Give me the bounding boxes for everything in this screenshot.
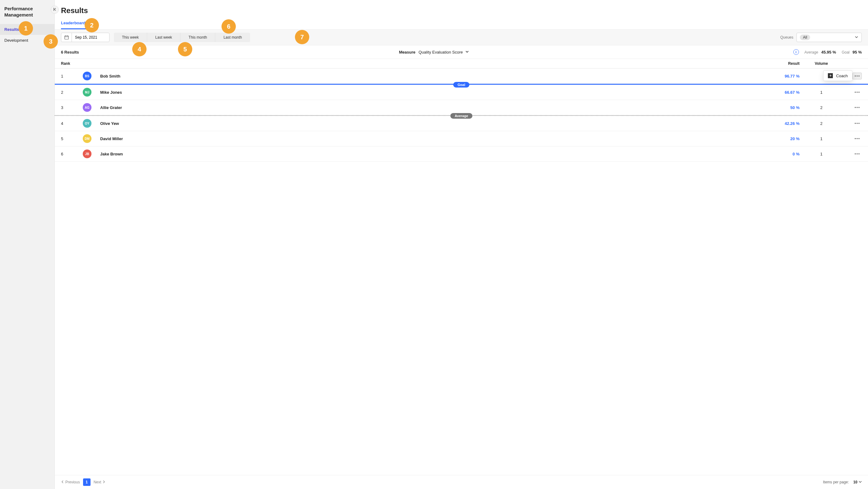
tab-label: Leaderboards	[61, 21, 88, 25]
svg-point-18	[858, 138, 859, 139]
stat-goal-value: 95 %	[852, 50, 862, 55]
row-actions-button[interactable]	[852, 135, 862, 142]
cell-rank: 4	[61, 121, 83, 126]
cell-rank: 3	[61, 105, 83, 110]
cell-result[interactable]: 50 %	[753, 105, 800, 110]
row-actions-button[interactable]	[852, 89, 862, 96]
queues-select[interactable]: All	[797, 33, 862, 42]
chevron-down-icon	[859, 480, 862, 484]
cell-volume: 1	[800, 90, 843, 95]
sidebar-title: Performance Management	[0, 0, 55, 24]
leaderboard-table: Rank Result Volume 1 BS Bob Smith 96.77 …	[55, 59, 868, 475]
cell-rank: 1	[61, 74, 83, 79]
main: Results Leaderboards This week Last week…	[55, 0, 868, 489]
table-row: 5 DM David Miller 20 % 1	[55, 131, 868, 146]
chevron-right-icon	[102, 480, 105, 484]
avatar: DM	[83, 134, 91, 143]
date-picker[interactable]	[61, 33, 110, 42]
items-per-page-select[interactable]: 10	[854, 480, 862, 484]
svg-point-11	[857, 107, 858, 108]
row-actions-button[interactable]	[852, 120, 862, 127]
sidebar-collapse-button[interactable]	[51, 6, 59, 14]
cell-result[interactable]: 20 %	[753, 137, 800, 141]
cell-rank: 2	[61, 90, 83, 95]
pager: Previous 1 Next	[61, 479, 105, 486]
cell-rank: 6	[61, 152, 83, 156]
cell-result[interactable]: 0 %	[753, 152, 800, 156]
range-this-week[interactable]: This week	[114, 33, 147, 42]
cell-name: David Miller	[100, 137, 753, 141]
tab-leaderboards[interactable]: Leaderboards	[61, 17, 88, 29]
cell-rank: 5	[61, 137, 83, 141]
cell-volume: 1	[800, 152, 843, 156]
stat-goal-label: Goal	[842, 50, 849, 55]
svg-point-21	[858, 153, 859, 154]
table-row: 6 JB Jake Brown 0 % 1	[55, 146, 868, 162]
sidebar-item-results[interactable]: Results	[0, 24, 55, 35]
pager-previous[interactable]: Previous	[61, 480, 80, 484]
range-last-week[interactable]: Last week	[147, 33, 180, 42]
cell-volume: 2	[800, 105, 843, 110]
row-actions-button[interactable]	[852, 73, 862, 80]
cell-name: Jake Brown	[100, 152, 753, 156]
sidebar: Performance Management Results Developme…	[0, 0, 55, 489]
cell-name: Mike Jones	[100, 90, 753, 95]
stat-average-value: 45.95 %	[822, 50, 836, 55]
svg-point-20	[857, 153, 858, 154]
coach-label: Coach	[836, 74, 848, 78]
avatar: OY	[83, 119, 91, 128]
svg-point-15	[858, 123, 859, 124]
range-last-month[interactable]: Last month	[215, 33, 250, 42]
svg-point-13	[855, 123, 856, 124]
pager-previous-label: Previous	[65, 480, 80, 484]
queues-label: Queues	[780, 35, 793, 39]
chevron-down-icon	[855, 35, 858, 40]
table-row: 4 OY Olive Yew 42.26 % 2	[55, 116, 868, 131]
sidebar-item-development[interactable]: Development	[0, 35, 55, 46]
cell-result[interactable]: 96.77 %	[753, 74, 800, 79]
coach-icon	[828, 73, 833, 78]
svg-point-8	[857, 92, 858, 92]
pager-next[interactable]: Next	[94, 480, 106, 484]
pager-page-1[interactable]: 1	[83, 479, 91, 486]
svg-point-19	[855, 153, 856, 154]
pager-next-label: Next	[94, 480, 101, 484]
info-icon[interactable]: i	[793, 49, 799, 55]
cell-result[interactable]: 66.67 %	[753, 90, 800, 95]
svg-point-14	[857, 123, 858, 124]
svg-point-17	[857, 138, 858, 139]
sidebar-nav: Results Development	[0, 24, 55, 46]
page-title: Results	[61, 6, 862, 15]
page-header: Results	[55, 0, 868, 17]
date-input[interactable]	[72, 33, 109, 42]
results-count: 6 Results	[61, 50, 79, 55]
cell-name: Allie Grater	[100, 105, 753, 110]
svg-point-16	[855, 138, 856, 139]
stat-average: Average 45.95 %	[805, 50, 836, 55]
range-presets: This week Last week This month Last mont…	[114, 33, 250, 42]
row-actions-button[interactable]	[852, 104, 862, 111]
items-per-page-label: Items per page:	[823, 480, 849, 484]
svg-point-9	[858, 92, 859, 92]
table-row: 1 BS Bob Smith 96.77 % Coach	[55, 68, 868, 84]
sidebar-item-label: Development	[4, 38, 28, 43]
col-volume: Volume	[800, 61, 843, 66]
table-header-row: Rank Result Volume	[55, 59, 868, 68]
svg-point-7	[855, 92, 856, 92]
svg-point-10	[855, 107, 856, 108]
chevron-down-icon	[465, 50, 469, 55]
coach-popover[interactable]: Coach	[823, 70, 852, 81]
avatar: JB	[83, 149, 91, 158]
cell-result[interactable]: 42.26 %	[753, 121, 800, 126]
cell-volume: 1	[800, 137, 843, 141]
measure-select[interactable]: Quality Evaluation Score	[418, 50, 469, 55]
svg-point-4	[855, 76, 856, 76]
summary-bar: 6 Results Measure Quality Evaluation Sco…	[55, 46, 868, 59]
col-rank: Rank	[61, 61, 83, 66]
col-result: Result	[753, 61, 800, 66]
svg-rect-0	[65, 36, 68, 39]
range-this-month[interactable]: This month	[180, 33, 215, 42]
row-actions-button[interactable]	[852, 150, 862, 157]
table-row: 2 MJ Mike Jones 66.67 % 1	[55, 85, 868, 100]
measure-value-text: Quality Evaluation Score	[418, 50, 463, 55]
